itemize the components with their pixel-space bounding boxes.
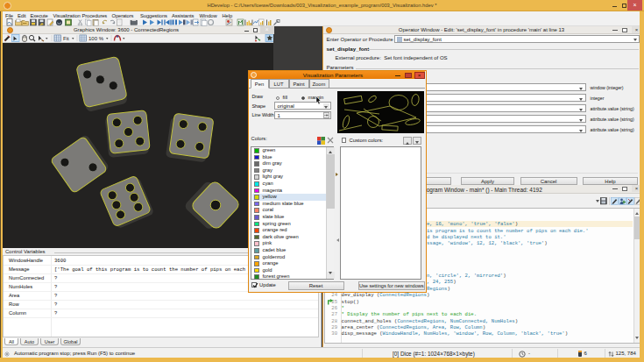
svg-text:100 %: 100 % [88,36,104,41]
svg-text:Fit: Fit [63,36,69,41]
